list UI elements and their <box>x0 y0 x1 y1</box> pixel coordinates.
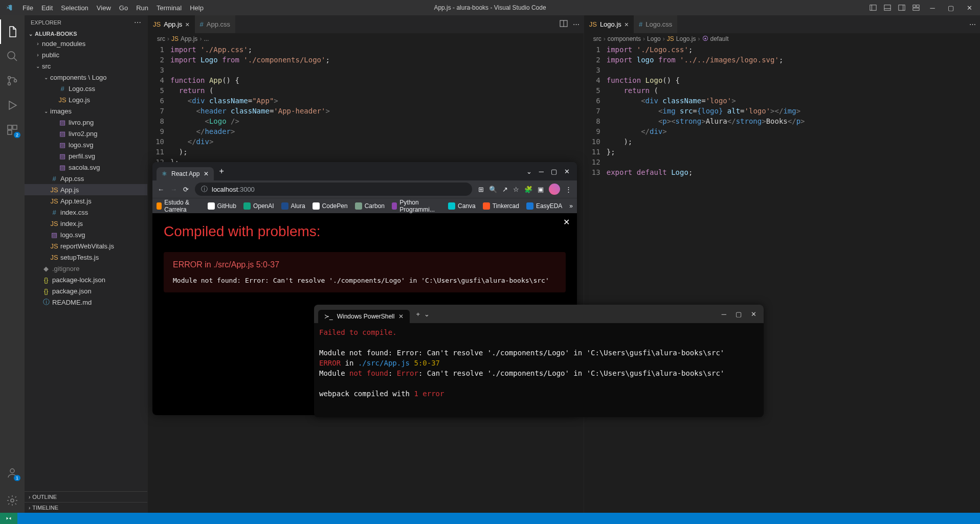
activity-extensions-icon[interactable]: 2 <box>0 118 25 142</box>
menu-help[interactable]: Help <box>186 4 208 12</box>
menu-terminal[interactable]: Terminal <box>152 4 186 12</box>
editor-tab[interactable]: JS Logo.js× <box>584 15 634 33</box>
bookmark-item[interactable]: Tinkercad <box>483 202 519 210</box>
folder-item[interactable]: ⌄src <box>25 60 147 72</box>
editor-tab[interactable]: # App.css <box>195 15 235 33</box>
file-item[interactable]: #App.css <box>25 173 147 184</box>
layout-customize-icon[interactable] <box>910 2 922 13</box>
file-item[interactable]: ▨livro2.png <box>25 128 147 139</box>
project-row[interactable]: ⌄ ALURA-BOOKS <box>25 30 147 38</box>
bookmark-item[interactable]: Canva <box>448 202 476 210</box>
folder-item[interactable]: ›node_modules <box>25 38 147 49</box>
timeline-section[interactable]: ›TIMELINE <box>25 502 147 513</box>
bookmark-item[interactable]: CodePen <box>313 202 348 210</box>
browser-minimize-button[interactable]: ─ <box>539 168 544 175</box>
split-editor-icon[interactable] <box>560 19 568 29</box>
browser-close-button[interactable]: ✕ <box>564 168 570 175</box>
reload-button[interactable]: ⟳ <box>183 186 189 193</box>
file-item[interactable]: ▨sacola.svg <box>25 162 147 173</box>
tab-close-icon[interactable]: × <box>185 20 189 29</box>
file-item[interactable]: ⓘREADME.md <box>25 297 147 308</box>
browser-tab[interactable]: ⚛ React App ✕ <box>157 167 214 180</box>
activity-source-control-icon[interactable] <box>0 69 25 93</box>
file-item[interactable]: JSindex.js <box>25 218 147 229</box>
menu-edit[interactable]: Edit <box>37 4 57 12</box>
activity-accounts-icon[interactable]: 1 <box>0 461 25 485</box>
site-info-icon[interactable]: ⓘ <box>201 185 208 194</box>
bookmark-item[interactable]: OpenAI <box>243 202 274 210</box>
address-bar[interactable]: ⓘ localhost:3000 <box>195 183 472 196</box>
share-icon[interactable]: ↗ <box>502 186 508 193</box>
folder-item[interactable]: ⌄images <box>25 105 147 117</box>
file-item[interactable]: JSApp.js <box>25 184 147 195</box>
outline-section[interactable]: ›OUTLINE <box>25 491 147 502</box>
profile-avatar[interactable] <box>549 184 560 195</box>
maximize-button[interactable]: ▢ <box>943 0 959 15</box>
bookmark-item[interactable]: Python Programmi... <box>392 199 441 213</box>
tab-close-icon[interactable]: ✕ <box>204 170 209 177</box>
bookmark-item[interactable]: Estudo & Carreira <box>157 199 201 213</box>
terminal-tab-close-icon[interactable]: ✕ <box>398 313 404 320</box>
bookmarks-overflow-icon[interactable]: » <box>569 202 573 210</box>
zoom-icon[interactable]: 🔍 <box>489 186 497 193</box>
folder-item[interactable]: ⌄components \ Logo <box>25 72 147 83</box>
sidepanel-icon[interactable]: ▣ <box>538 186 544 193</box>
breadcrumbs-left[interactable]: src› JS App.js› ... <box>148 33 584 44</box>
bookmark-item[interactable]: GitHub <box>208 202 236 210</box>
back-button[interactable]: ← <box>158 186 164 193</box>
terminal-dropdown-icon[interactable]: ⌄ <box>424 310 430 318</box>
file-item[interactable]: ▨logo.svg <box>25 229 147 240</box>
activity-debug-icon[interactable] <box>0 93 25 118</box>
file-item[interactable]: #Logo.css <box>25 83 147 94</box>
terminal-tab[interactable]: ≻_ Windows PowerShell ✕ <box>318 310 410 323</box>
browser-dropdown-icon[interactable]: ⌄ <box>526 168 532 175</box>
file-item[interactable]: {}package.json <box>25 285 147 297</box>
menu-file[interactable]: File <box>18 4 37 12</box>
file-item[interactable]: {}package-lock.json <box>25 274 147 285</box>
install-app-icon[interactable]: ⊞ <box>478 186 484 193</box>
file-item[interactable]: ◆.gitignore <box>25 263 147 274</box>
file-item[interactable]: JSreportWebVitals.js <box>25 240 147 252</box>
layout-toggle-bottom-icon[interactable] <box>882 2 893 13</box>
new-tab-button[interactable]: + <box>214 167 229 176</box>
menu-view[interactable]: View <box>93 4 115 12</box>
terminal-new-tab-button[interactable]: + <box>416 310 420 318</box>
file-item[interactable]: ▨perfil.svg <box>25 150 147 162</box>
forward-button[interactable]: → <box>170 186 177 193</box>
file-item[interactable]: JSsetupTests.js <box>25 252 147 263</box>
more-actions-icon[interactable]: ⋯ <box>969 20 976 28</box>
menu-run[interactable]: Run <box>132 4 152 12</box>
explorer-more-icon[interactable]: ⋯ <box>134 18 141 27</box>
terminal-maximize-button[interactable]: ▢ <box>736 310 742 318</box>
terminal-minimize-button[interactable]: ─ <box>722 310 726 318</box>
bookmark-item[interactable]: Alura <box>281 202 305 210</box>
bookmark-item[interactable]: EasyEDA <box>526 202 562 210</box>
file-item[interactable]: ▨livro.png <box>25 117 147 128</box>
editor-tab[interactable]: # Logo.css <box>634 15 677 33</box>
remote-indicator-icon[interactable] <box>0 513 17 524</box>
code-editor-right[interactable]: 12345678910111213 import './Logo.css'; i… <box>584 44 980 177</box>
file-item[interactable]: JSLogo.js <box>25 94 147 105</box>
overlay-close-icon[interactable]: ✕ <box>563 217 570 227</box>
breadcrumbs-right[interactable]: src› components› Logo› JS Logo.js› ⦿ def… <box>584 33 980 44</box>
folder-item[interactable]: ›public <box>25 49 147 60</box>
activity-explorer-icon[interactable] <box>0 19 25 44</box>
bookmark-icon[interactable]: ☆ <box>513 186 519 193</box>
tab-close-icon[interactable]: × <box>625 20 629 29</box>
menu-go[interactable]: Go <box>115 4 132 12</box>
file-item[interactable]: ▨logo.svg <box>25 139 147 150</box>
activity-search-icon[interactable] <box>0 44 25 69</box>
file-item[interactable]: JSApp.test.js <box>25 195 147 207</box>
activity-settings-icon[interactable] <box>0 488 25 513</box>
menu-selection[interactable]: Selection <box>57 4 92 12</box>
layout-toggle-right-icon[interactable] <box>896 2 907 13</box>
more-actions-icon[interactable]: ⋯ <box>573 20 580 28</box>
file-item[interactable]: #index.css <box>25 207 147 218</box>
layout-toggle-left-icon[interactable] <box>867 2 879 13</box>
editor-tab[interactable]: JS App.js× <box>148 15 195 33</box>
browser-menu-icon[interactable]: ⋮ <box>565 186 572 193</box>
terminal-output[interactable]: Failed to compile. Module not found: Err… <box>314 323 764 417</box>
extensions-icon[interactable]: 🧩 <box>524 186 532 193</box>
close-button[interactable]: ✕ <box>962 0 977 15</box>
terminal-close-button[interactable]: ✕ <box>751 310 756 318</box>
